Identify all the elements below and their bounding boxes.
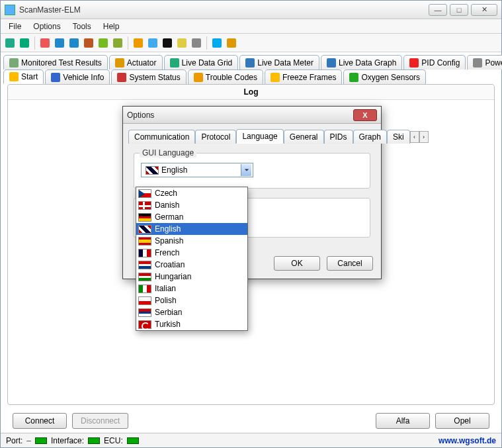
tab-label: PID Config <box>421 58 460 67</box>
tab-icon <box>51 73 60 82</box>
dialog-close-button[interactable]: X <box>353 109 377 121</box>
toolbar-button-10[interactable] <box>161 36 174 50</box>
bottom-toolbar: Connect Disconnect Alfa Opel <box>1 409 501 433</box>
toolbar-icon <box>99 38 108 48</box>
tab-pid-config[interactable]: PID Config <box>403 55 466 69</box>
flag-icon <box>138 285 151 293</box>
toolbar-button-12[interactable] <box>190 36 203 50</box>
dlg-tab-pids[interactable]: PIDs <box>324 130 353 144</box>
tab-actuator[interactable]: Actuator <box>109 55 163 69</box>
lang-option-turkish[interactable]: Turkish <box>136 318 247 330</box>
tab-live-data-meter[interactable]: Live Data Meter <box>239 55 319 69</box>
toolbar-icon <box>134 38 143 48</box>
alfa-button[interactable]: Alfa <box>376 413 430 429</box>
tab-trouble-codes[interactable]: Trouble Codes <box>188 69 263 84</box>
toolbar-button-11[interactable] <box>175 36 188 50</box>
minimize-button[interactable]: — <box>429 4 447 16</box>
gui-language-label: GUI Language <box>140 148 196 157</box>
lang-name: Turkish <box>155 320 181 329</box>
lang-option-danish[interactable]: Danish <box>136 199 247 211</box>
tab-start[interactable]: Start <box>3 69 44 84</box>
lang-option-english[interactable]: English <box>136 223 247 235</box>
lang-option-czech[interactable]: Czech <box>136 187 247 199</box>
cancel-button[interactable]: Cancel <box>327 256 373 271</box>
dlg-tab-protocol[interactable]: Protocol <box>195 130 236 144</box>
status-ecu-label: ECU: <box>104 436 123 445</box>
toolbar-button-7[interactable] <box>111 36 124 50</box>
flag-icon <box>138 189 151 198</box>
flag-icon <box>138 213 151 222</box>
tab-label: Oxygen Sensors <box>361 73 420 82</box>
tab-icon <box>349 73 358 82</box>
close-button[interactable]: ✕ <box>471 4 497 16</box>
toolbar-button-8[interactable] <box>132 36 145 50</box>
website-link[interactable]: www.wgsoft.de <box>439 436 496 445</box>
lang-option-serbian[interactable]: Serbian <box>136 306 247 318</box>
menubar: File Options Tools Help <box>1 19 501 34</box>
toolbar-button-3[interactable] <box>53 36 66 50</box>
tab-power[interactable]: Power <box>467 55 502 69</box>
toolbar-icon <box>212 38 222 48</box>
dialog-title: Options <box>127 111 353 120</box>
lang-name: German <box>155 212 183 222</box>
port-led-icon <box>35 437 47 444</box>
status-port-label: Port: <box>6 436 22 445</box>
toolbar-button-6[interactable] <box>97 36 110 50</box>
dlg-tab-graph[interactable]: Graph <box>353 130 387 144</box>
language-dropdown-list[interactable]: CzechDanishGermanEnglishSpanishFrenchCro… <box>136 187 248 331</box>
tab-scroll-left[interactable]: ‹ <box>410 131 419 143</box>
menu-options[interactable]: Options <box>28 21 65 32</box>
tab-label: Live Data Grid <box>182 58 233 67</box>
tab-icon <box>9 58 19 67</box>
menu-tools[interactable]: Tools <box>67 21 97 32</box>
toolbar-button-0[interactable] <box>3 36 17 50</box>
toolbar-button-1[interactable] <box>18 36 31 50</box>
dlg-tab-language[interactable]: Language <box>236 129 283 144</box>
tab-label: Freeze Frames <box>282 73 336 82</box>
toolbar-button-9[interactable] <box>146 36 159 50</box>
toolbar-button-14[interactable] <box>225 36 238 50</box>
tab-icon <box>271 73 280 82</box>
lang-option-polish[interactable]: Polish <box>136 294 247 306</box>
main-tabs: Monitored Test ResultsActuatorLive Data … <box>1 52 501 84</box>
toolbar-button-4[interactable] <box>67 36 81 50</box>
language-combo[interactable]: English <box>141 163 253 177</box>
dlg-tab-general[interactable]: General <box>284 130 324 144</box>
gui-language-group: GUI Language English <box>134 153 370 189</box>
lang-option-french[interactable]: French <box>136 247 247 259</box>
flag-icon <box>138 320 151 329</box>
tab-monitored-test-results[interactable]: Monitored Test Results <box>3 55 108 69</box>
dlg-tab-communication[interactable]: Communication <box>128 130 195 144</box>
toolbar-icon <box>55 38 64 48</box>
lang-option-spanish[interactable]: Spanish <box>136 235 247 247</box>
menu-help[interactable]: Help <box>98 21 125 32</box>
opel-button[interactable]: Opel <box>435 413 489 429</box>
lang-name: Hungarian <box>155 272 191 281</box>
dlg-tab-ski[interactable]: Ski <box>387 130 410 144</box>
lang-option-croatian[interactable]: Croatian <box>136 259 247 271</box>
tab-scroll-right[interactable]: › <box>419 131 429 143</box>
tab-system-status[interactable]: System Status <box>111 69 186 84</box>
lang-option-italian[interactable]: Italian <box>136 283 247 294</box>
ok-button[interactable]: OK <box>274 256 320 271</box>
tab-label: Trouble Codes <box>206 73 257 82</box>
menu-file[interactable]: File <box>3 21 26 32</box>
lang-option-german[interactable]: German <box>136 211 247 223</box>
tab-live-data-graph[interactable]: Live Data Graph <box>321 55 402 69</box>
tab-label: Monitored Test Results <box>21 58 102 67</box>
connect-button[interactable]: Connect <box>13 413 67 429</box>
toolbar-button-2[interactable] <box>38 36 52 50</box>
disconnect-button: Disconnect <box>72 413 128 429</box>
tab-live-data-grid[interactable]: Live Data Grid <box>164 55 239 69</box>
tab-icon <box>327 58 336 67</box>
lang-option-hungarian[interactable]: Hungarian <box>136 271 247 283</box>
maximize-button[interactable]: □ <box>450 4 468 16</box>
tab-oxygen-sensors[interactable]: Oxygen Sensors <box>343 69 426 84</box>
tab-label: Vehicle Info <box>63 73 104 82</box>
toolbar-button-13[interactable] <box>210 36 224 50</box>
toolbar-button-5[interactable] <box>82 36 95 50</box>
app-icon <box>5 5 15 15</box>
tab-freeze-frames[interactable]: Freeze Frames <box>265 69 342 84</box>
tab-vehicle-info[interactable]: Vehicle Info <box>45 69 110 84</box>
tab-label: Actuator <box>127 58 157 67</box>
